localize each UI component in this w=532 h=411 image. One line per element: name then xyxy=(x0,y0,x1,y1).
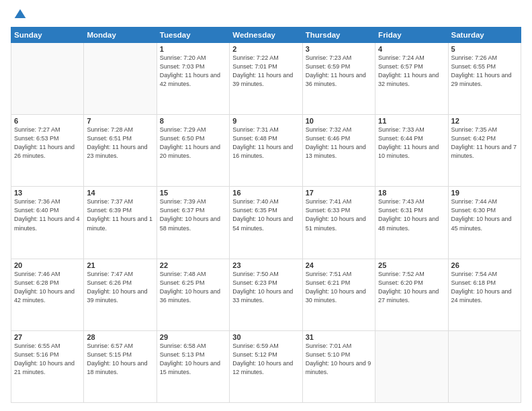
week-row-1: 6Sunrise: 7:27 AMSunset: 6:53 PMDaylight… xyxy=(11,115,521,187)
calendar-cell: 12Sunrise: 7:35 AMSunset: 6:42 PMDayligh… xyxy=(448,115,521,187)
calendar-cell: 17Sunrise: 7:41 AMSunset: 6:33 PMDayligh… xyxy=(302,187,375,259)
calendar-cell: 24Sunrise: 7:51 AMSunset: 6:21 PMDayligh… xyxy=(302,259,375,330)
day-info: Sunrise: 7:54 AMSunset: 6:18 PMDaylight:… xyxy=(451,270,518,305)
calendar-cell: 7Sunrise: 7:28 AMSunset: 6:51 PMDaylight… xyxy=(84,115,157,187)
day-number: 23 xyxy=(232,261,299,269)
day-info: Sunrise: 7:29 AMSunset: 6:50 PMDaylight:… xyxy=(160,126,226,161)
calendar-cell: 4Sunrise: 7:24 AMSunset: 6:57 PMDaylight… xyxy=(375,43,448,115)
calendar-cell: 15Sunrise: 7:39 AMSunset: 6:37 PMDayligh… xyxy=(157,187,229,259)
calendar-cell: 9Sunrise: 7:31 AMSunset: 6:48 PMDaylight… xyxy=(230,115,302,187)
calendar-cell: 27Sunrise: 6:55 AMSunset: 5:16 PMDayligh… xyxy=(11,330,84,402)
day-number: 8 xyxy=(160,117,226,125)
day-info: Sunrise: 7:22 AMSunset: 7:01 PMDaylight:… xyxy=(232,54,299,89)
calendar-cell: 8Sunrise: 7:29 AMSunset: 6:50 PMDaylight… xyxy=(157,115,229,187)
day-number: 29 xyxy=(160,333,226,341)
day-info: Sunrise: 6:58 AMSunset: 5:13 PMDaylight:… xyxy=(160,342,226,377)
calendar-table: SundayMondayTuesdayWednesdayThursdayFrid… xyxy=(11,27,521,403)
calendar-cell: 16Sunrise: 7:40 AMSunset: 6:35 PMDayligh… xyxy=(230,187,302,259)
day-info: Sunrise: 7:39 AMSunset: 6:37 PMDaylight:… xyxy=(160,197,226,232)
day-number: 30 xyxy=(232,333,299,341)
day-info: Sunrise: 7:52 AMSunset: 6:20 PMDaylight:… xyxy=(378,270,445,305)
week-row-3: 20Sunrise: 7:46 AMSunset: 6:28 PMDayligh… xyxy=(11,259,521,330)
day-number: 3 xyxy=(306,45,372,53)
day-info: Sunrise: 7:46 AMSunset: 6:28 PMDaylight:… xyxy=(14,270,81,305)
day-info: Sunrise: 7:31 AMSunset: 6:48 PMDaylight:… xyxy=(232,126,299,161)
day-number: 25 xyxy=(378,261,445,269)
day-info: Sunrise: 7:50 AMSunset: 6:23 PMDaylight:… xyxy=(232,270,299,305)
day-header-friday: Friday xyxy=(375,28,448,43)
calendar-cell: 5Sunrise: 7:26 AMSunset: 6:55 PMDaylight… xyxy=(448,43,521,115)
day-number: 22 xyxy=(160,261,226,269)
day-number: 14 xyxy=(87,189,153,197)
day-number: 17 xyxy=(306,189,372,197)
day-info: Sunrise: 7:47 AMSunset: 6:26 PMDaylight:… xyxy=(87,270,153,305)
calendar-cell: 1Sunrise: 7:20 AMSunset: 7:03 PMDaylight… xyxy=(157,43,229,115)
calendar-header: SundayMondayTuesdayWednesdayThursdayFrid… xyxy=(11,28,521,43)
calendar-cell: 20Sunrise: 7:46 AMSunset: 6:28 PMDayligh… xyxy=(11,259,84,330)
calendar-cell: 26Sunrise: 7:54 AMSunset: 6:18 PMDayligh… xyxy=(448,259,521,330)
day-number: 13 xyxy=(14,189,81,197)
calendar-cell: 21Sunrise: 7:47 AMSunset: 6:26 PMDayligh… xyxy=(84,259,157,330)
day-info: Sunrise: 7:41 AMSunset: 6:33 PMDaylight:… xyxy=(306,197,372,232)
day-number: 16 xyxy=(232,189,299,197)
day-info: Sunrise: 7:27 AMSunset: 6:53 PMDaylight:… xyxy=(14,126,81,161)
day-info: Sunrise: 7:28 AMSunset: 6:51 PMDaylight:… xyxy=(87,126,153,161)
day-number: 18 xyxy=(378,189,445,197)
day-info: Sunrise: 7:51 AMSunset: 6:21 PMDaylight:… xyxy=(306,270,372,305)
calendar-cell: 29Sunrise: 6:58 AMSunset: 5:13 PMDayligh… xyxy=(157,330,229,402)
day-number: 10 xyxy=(306,117,372,125)
day-number: 12 xyxy=(451,117,518,125)
day-number: 2 xyxy=(232,45,299,53)
day-number: 21 xyxy=(87,261,153,269)
day-number: 9 xyxy=(232,117,299,125)
day-header-wednesday: Wednesday xyxy=(230,28,302,43)
day-number: 6 xyxy=(14,117,81,125)
day-info: Sunrise: 7:23 AMSunset: 6:59 PMDaylight:… xyxy=(306,54,372,89)
day-header-saturday: Saturday xyxy=(448,28,521,43)
calendar-cell xyxy=(375,330,448,402)
calendar-cell: 31Sunrise: 7:01 AMSunset: 5:10 PMDayligh… xyxy=(302,330,375,402)
week-row-0: 1Sunrise: 7:20 AMSunset: 7:03 PMDaylight… xyxy=(11,43,521,115)
calendar-cell: 10Sunrise: 7:32 AMSunset: 6:46 PMDayligh… xyxy=(302,115,375,187)
day-number: 1 xyxy=(160,45,226,53)
day-number: 31 xyxy=(306,333,372,341)
day-info: Sunrise: 7:01 AMSunset: 5:10 PMDaylight:… xyxy=(306,342,372,377)
day-info: Sunrise: 7:43 AMSunset: 6:31 PMDaylight:… xyxy=(378,197,445,232)
header-row: SundayMondayTuesdayWednesdayThursdayFrid… xyxy=(11,28,521,43)
day-number: 4 xyxy=(378,45,445,53)
page: SundayMondayTuesdayWednesdayThursdayFrid… xyxy=(0,0,532,411)
day-header-sunday: Sunday xyxy=(11,28,84,43)
day-info: Sunrise: 7:24 AMSunset: 6:57 PMDaylight:… xyxy=(378,54,445,89)
day-info: Sunrise: 7:26 AMSunset: 6:55 PMDaylight:… xyxy=(451,54,518,89)
calendar-cell xyxy=(448,330,521,402)
day-info: Sunrise: 7:48 AMSunset: 6:25 PMDaylight:… xyxy=(160,270,226,305)
day-number: 27 xyxy=(14,333,81,341)
calendar-cell: 23Sunrise: 7:50 AMSunset: 6:23 PMDayligh… xyxy=(230,259,302,330)
day-header-monday: Monday xyxy=(84,28,157,43)
calendar-cell: 14Sunrise: 7:37 AMSunset: 6:39 PMDayligh… xyxy=(84,187,157,259)
calendar-cell: 25Sunrise: 7:52 AMSunset: 6:20 PMDayligh… xyxy=(375,259,448,330)
day-number: 20 xyxy=(14,261,81,269)
day-info: Sunrise: 7:20 AMSunset: 7:03 PMDaylight:… xyxy=(160,54,226,89)
day-number: 5 xyxy=(451,45,518,53)
calendar-cell: 19Sunrise: 7:44 AMSunset: 6:30 PMDayligh… xyxy=(448,187,521,259)
calendar-cell: 13Sunrise: 7:36 AMSunset: 6:40 PMDayligh… xyxy=(11,187,84,259)
day-info: Sunrise: 7:32 AMSunset: 6:46 PMDaylight:… xyxy=(306,126,372,161)
calendar-cell: 28Sunrise: 6:57 AMSunset: 5:15 PMDayligh… xyxy=(84,330,157,402)
day-number: 7 xyxy=(87,117,153,125)
logo-icon xyxy=(13,8,27,21)
week-row-2: 13Sunrise: 7:36 AMSunset: 6:40 PMDayligh… xyxy=(11,187,521,259)
day-number: 15 xyxy=(160,189,226,197)
week-row-4: 27Sunrise: 6:55 AMSunset: 5:16 PMDayligh… xyxy=(11,330,521,402)
logo xyxy=(11,8,27,21)
day-info: Sunrise: 6:57 AMSunset: 5:15 PMDaylight:… xyxy=(87,342,153,377)
header xyxy=(11,8,521,21)
day-info: Sunrise: 7:44 AMSunset: 6:30 PMDaylight:… xyxy=(451,197,518,232)
calendar-cell: 3Sunrise: 7:23 AMSunset: 6:59 PMDaylight… xyxy=(302,43,375,115)
svg-marker-0 xyxy=(15,9,26,18)
calendar-cell: 22Sunrise: 7:48 AMSunset: 6:25 PMDayligh… xyxy=(157,259,229,330)
calendar-cell: 11Sunrise: 7:33 AMSunset: 6:44 PMDayligh… xyxy=(375,115,448,187)
day-number: 26 xyxy=(451,261,518,269)
day-info: Sunrise: 6:55 AMSunset: 5:16 PMDaylight:… xyxy=(14,342,81,377)
day-header-tuesday: Tuesday xyxy=(157,28,229,43)
